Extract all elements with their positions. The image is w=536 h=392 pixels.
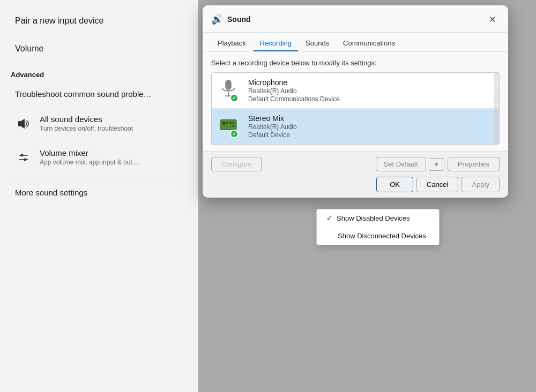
cancel-button[interactable]: Cancel — [416, 177, 458, 192]
svg-rect-6 — [225, 80, 231, 90]
svg-rect-9 — [220, 120, 236, 130]
ok-button[interactable]: OK — [376, 177, 413, 192]
sidebar-item-pair[interactable]: Pair a new input device — [4, 6, 194, 35]
device-item-stereo-mix[interactable]: Stereo Mix Realtek(R) Audio Default Devi… — [212, 109, 499, 144]
svg-marker-1 — [21, 119, 25, 129]
sidebar-item-all-sound[interactable]: All sound devices Turn devices on/off, t… — [4, 107, 194, 140]
configure-button[interactable]: Configure — [211, 157, 262, 171]
dialog-body: Select a recording device below to modif… — [203, 51, 508, 151]
dialog-bottom: Configure Set Default ▼ Properties OK Ca… — [203, 151, 508, 198]
svg-point-5 — [24, 158, 27, 161]
set-default-button[interactable]: Set Default — [376, 157, 426, 171]
pair-label: Pair a new input device — [15, 16, 103, 25]
tab-sounds[interactable]: Sounds — [299, 36, 336, 51]
sidebar-item-volume[interactable]: Volume — [4, 36, 194, 61]
dialog-footer: OK Cancel Apply — [211, 177, 500, 192]
context-menu-item-show-disconnected[interactable]: Show Disconnected Devices — [317, 227, 439, 245]
dialog-close-button[interactable]: ✕ — [485, 12, 500, 27]
device-list-scrollbar-2[interactable] — [494, 109, 499, 144]
microphone-name: Microphone — [248, 78, 493, 87]
stereo-mix-badge — [230, 130, 239, 138]
sidebar-item-troubleshoot[interactable]: Troubleshoot common sound proble… — [4, 82, 194, 106]
more-settings-label: More sound settings — [15, 188, 183, 197]
stereo-mix-info: Stereo Mix Realtek(R) Audio Default Devi… — [248, 114, 493, 139]
svg-point-15 — [233, 125, 235, 127]
tab-communications[interactable]: Communications — [337, 36, 401, 51]
dialog-instruction: Select a recording device below to modif… — [211, 59, 500, 67]
stereo-mix-icon-wrap — [218, 115, 242, 138]
svg-rect-10 — [222, 122, 226, 125]
device-item-microphone[interactable]: Microphone Realtek(R) Audio Default Comm… — [212, 73, 499, 109]
sound-dialog: 🔊 Sound ✕ Playback Recording Sounds Comm… — [203, 5, 508, 198]
microphone-badge — [230, 94, 239, 102]
volume-label: Volume — [15, 44, 43, 53]
microphone-status: Default Communications Device — [248, 95, 493, 103]
sidebar-item-more-settings[interactable]: More sound settings — [4, 180, 194, 205]
speaker-icon — [15, 115, 32, 132]
dialog-action-row: Configure Set Default ▼ Properties — [211, 157, 500, 171]
troubleshoot-label: Troubleshoot common sound proble… — [15, 89, 183, 99]
tab-playback[interactable]: Playback — [211, 36, 252, 51]
context-menu-item-show-disabled[interactable]: Show Disabled Devices — [317, 209, 439, 227]
stereo-mix-status: Default Device — [248, 131, 493, 139]
microphone-info: Microphone Realtek(R) Audio Default Comm… — [248, 78, 493, 103]
properties-button[interactable]: Properties — [448, 157, 500, 171]
svg-point-3 — [21, 154, 24, 156]
svg-rect-0 — [18, 121, 21, 126]
volume-mixer-sub: App volume mix, app input & out… — [40, 159, 139, 166]
device-list-scrollbar[interactable] — [494, 73, 499, 108]
settings-divider — [9, 177, 190, 177]
microphone-driver: Realtek(R) Audio — [248, 87, 493, 95]
show-disconnected-label: Show Disconnected Devices — [338, 232, 426, 240]
all-sound-label: All sound devices — [40, 115, 133, 124]
sidebar-item-volume-mixer[interactable]: Volume mixer App volume mix, app input &… — [4, 141, 194, 174]
device-list: Microphone Realtek(R) Audio Default Comm… — [211, 72, 500, 145]
svg-rect-11 — [226, 122, 228, 124]
set-default-dropdown-button[interactable]: ▼ — [429, 158, 444, 171]
dialog-titlebar: 🔊 Sound ✕ — [203, 5, 508, 33]
microphone-icon-wrap — [218, 79, 242, 102]
dialog-title-icon: 🔊 — [211, 13, 223, 25]
advanced-header: Advanced — [0, 62, 198, 81]
svg-point-14 — [233, 122, 235, 124]
tab-recording[interactable]: Recording — [254, 36, 298, 51]
volume-mixer-label: Volume mixer — [40, 148, 139, 157]
show-disabled-label: Show Disabled Devices — [337, 214, 410, 222]
settings-panel: Pair a new input device Volume Advanced … — [0, 0, 198, 392]
all-sound-sub: Turn devices on/off, troubleshoot — [40, 125, 133, 132]
stereo-mix-name: Stereo Mix — [248, 114, 493, 123]
dialog-tabs: Playback Recording Sounds Communications — [203, 33, 508, 51]
dialog-title: Sound — [227, 15, 485, 24]
svg-rect-12 — [229, 122, 232, 124]
context-menu: Show Disabled Devices Show Disconnected … — [316, 209, 440, 245]
svg-rect-13 — [222, 126, 233, 127]
stereo-mix-driver: Realtek(R) Audio — [248, 123, 493, 131]
mixer-icon — [15, 149, 32, 166]
apply-button[interactable]: Apply — [461, 177, 500, 192]
